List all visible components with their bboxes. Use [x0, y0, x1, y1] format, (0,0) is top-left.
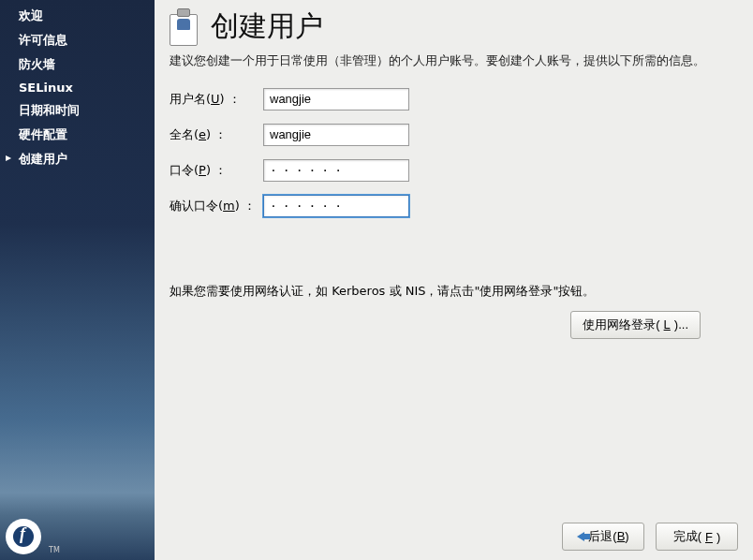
confirm-password-input[interactable]	[263, 195, 409, 217]
label-fullname: 全名(e) ：	[170, 126, 263, 143]
network-hint-text: 如果您需要使用网络认证，如 Kerberos 或 NIS，请点击"使用网络登录"…	[170, 283, 738, 300]
back-button[interactable]: 后退(B)	[562, 523, 644, 551]
row-username: 用户名(U) ：	[170, 88, 738, 111]
footer-buttons: 后退(B) 完成(F)	[562, 523, 738, 551]
page-title: 创建用户	[211, 7, 323, 46]
sidebar-item-selinux[interactable]: SELinux	[0, 77, 155, 98]
fullname-input[interactable]	[263, 124, 409, 146]
row-fullname: 全名(e) ：	[170, 124, 738, 146]
label-username: 用户名(U) ：	[170, 91, 263, 108]
arrow-left-icon	[577, 532, 584, 541]
row-password: 口令(P) ：	[170, 159, 738, 182]
sidebar: 欢迎 许可信息 防火墙 SELinux 日期和时间 硬件配置 创建用户 TM	[0, 0, 155, 560]
label-confirm: 确认口令(m) ：	[170, 198, 263, 214]
sidebar-item-hardware[interactable]: 硬件配置	[0, 123, 155, 147]
finish-button[interactable]: 完成(F)	[656, 523, 738, 551]
network-login-button[interactable]: 使用网络登录(L)...	[570, 311, 701, 339]
sidebar-item-welcome[interactable]: 欢迎	[0, 4, 155, 28]
sidebar-item-create-user[interactable]: 创建用户	[0, 147, 155, 171]
user-badge-icon	[170, 8, 201, 46]
title-row: 创建用户	[170, 7, 738, 46]
sidebar-item-firewall[interactable]: 防火墙	[0, 52, 155, 77]
description-text: 建议您创建一个用于日常使用（非管理）的个人用户账号。要创建个人账号，提供以下所需…	[170, 52, 738, 71]
row-confirm: 确认口令(m) ：	[170, 195, 738, 217]
main-panel: 创建用户 建议您创建一个用于日常使用（非管理）的个人用户账号。要创建个人账号，提…	[155, 0, 753, 560]
password-input[interactable]	[263, 159, 409, 182]
username-input[interactable]	[263, 88, 409, 111]
fedora-logo: TM	[6, 519, 41, 554]
sidebar-item-datetime[interactable]: 日期和时间	[0, 98, 155, 123]
sidebar-item-license[interactable]: 许可信息	[0, 28, 155, 52]
label-password: 口令(P) ：	[170, 162, 263, 179]
